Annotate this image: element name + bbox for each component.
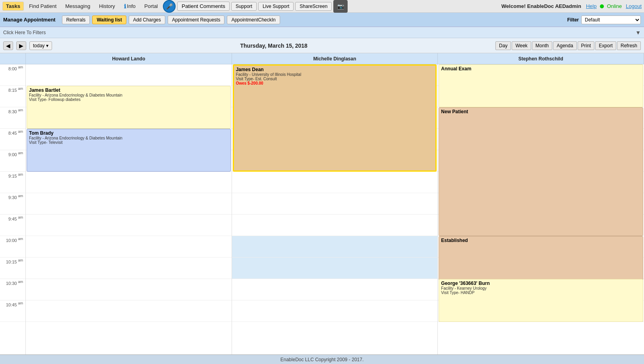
appt-tom-brady[interactable]: Tom Brady Facility - Arizona Endocrinolo… — [27, 129, 231, 172]
top-nav: Tasks Find Patient Messaging History ℹ I… — [0, 0, 644, 13]
nav-find-patient[interactable]: Find Patient — [25, 2, 60, 11]
footer: EnableDoc LLC Copyright 2009 - 2017. — [0, 354, 644, 364]
add-charges-button[interactable]: Add Charges — [129, 15, 165, 24]
nav-info[interactable]: ℹ Info — [120, 2, 139, 11]
logout-link[interactable]: Logout — [626, 3, 642, 9]
manage-bar: Manage Appointment Referrals Waiting lis… — [0, 13, 644, 27]
appt-james-bartlet[interactable]: James Bartlet Facility - Arizona Endocri… — [27, 86, 231, 129]
nav-portal[interactable]: Portal — [141, 2, 161, 11]
slot-howard-5 — [26, 172, 232, 193]
view-print-button[interactable]: Print — [578, 41, 595, 50]
info-icon: ℹ — [124, 3, 126, 10]
slot-michelle-9 — [232, 258, 438, 279]
slot-howard-6 — [26, 193, 232, 215]
footer-text: EnableDoc LLC Copyright 2009 - 2017. — [280, 357, 364, 362]
filter-area: Filter Default — [567, 15, 641, 24]
appt-facility: Facility - University of Illinois Hospit… — [236, 72, 434, 77]
today-dropdown-icon[interactable]: ▾ — [46, 43, 48, 48]
filters-arrow[interactable]: ▼ — [635, 29, 641, 36]
view-week-button[interactable]: Week — [512, 41, 531, 50]
provider-col-header-1: Michelle Dinglasan — [232, 53, 438, 64]
appt-james-dean[interactable]: James Dean Facility - University of Illi… — [233, 64, 437, 172]
view-refresh-button[interactable]: Refresh — [617, 41, 641, 50]
time-slot-1: 8:15 am — [0, 86, 25, 107]
filter-select[interactable]: Default — [581, 15, 641, 24]
slot-michelle-10 — [232, 279, 438, 300]
appointment-checkin-button[interactable]: AppointmentCheckIn — [227, 15, 280, 24]
cal-section: Howard Lando Michelle Dinglasan Stephen … — [0, 53, 644, 354]
online-text: Online — [607, 3, 622, 9]
appt-new-patient[interactable]: New Patient — [439, 107, 643, 236]
support-button[interactable]: Support — [231, 2, 257, 11]
filters-text[interactable]: Click Here To Filters — [3, 30, 635, 35]
filters-row[interactable]: Click Here To Filters ▼ — [0, 27, 644, 38]
prev-button[interactable]: ◀ — [3, 41, 13, 50]
appt-george-burn[interactable]: George '363663' Burn Facility - Kearney … — [439, 279, 643, 322]
slot-howard-11 — [26, 300, 232, 322]
share-screen-button[interactable]: ShareScreen — [295, 2, 332, 11]
time-slot-11: 10:45 am — [0, 300, 25, 322]
cal-nav: ◀ ▶ today ▾ Thursday, March 15, 2018 Day… — [0, 38, 644, 53]
time-column: 8:00 am8:15 am8:30 am8:45 am9:00 am9:15 … — [0, 64, 26, 354]
provider-col-header-0: Howard Lando — [26, 53, 232, 64]
provider-col-stephen: Annual Exam New Patient — [438, 64, 644, 354]
time-slot-0: 8:00 am — [0, 64, 25, 86]
slot-howard-7 — [26, 215, 232, 236]
appt-name: New Patient — [441, 109, 641, 114]
slot-howard-1: James Bartlet Facility - Arizona Endocri… — [26, 86, 232, 107]
nav-tasks[interactable]: Tasks — [2, 2, 24, 11]
today-button[interactable]: today ▾ — [29, 41, 52, 50]
slot-michelle-6 — [232, 193, 438, 215]
view-month-button[interactable]: Month — [532, 41, 552, 50]
appt-visit-type: Visit Type- Followup diabetes — [29, 97, 228, 102]
slot-stephen-2: New Patient — [438, 107, 644, 129]
mic-button[interactable]: 🎤 — [163, 0, 176, 13]
time-slot-2: 8:30 am — [0, 107, 25, 129]
time-slot-6: 9:30 am — [0, 193, 25, 215]
slot-howard-8 — [26, 236, 232, 258]
appt-name: James Bartlet — [29, 87, 228, 93]
slot-howard-10 — [26, 279, 232, 300]
cal-header-row: Howard Lando Michelle Dinglasan Stephen … — [0, 53, 644, 64]
appt-owes: Owes $-200.00 — [236, 81, 434, 85]
help-link[interactable]: Help — [586, 3, 597, 9]
slot-stephen-10: George '363663' Burn Facility - Kearney … — [438, 279, 644, 300]
appt-facility: Facility - Kearney Urology — [441, 286, 641, 290]
camera-button[interactable]: 📷 — [333, 0, 348, 13]
appointment-requests-button[interactable]: Appointment Requests — [168, 15, 224, 24]
slot-howard-0 — [26, 64, 232, 86]
referrals-button[interactable]: Referrals — [62, 15, 90, 24]
time-slot-3: 8:45 am — [0, 129, 25, 150]
slot-stephen-8: Established — [438, 236, 644, 258]
time-slot-7: 9:45 am — [0, 215, 25, 236]
appt-name: George '363663' Burn — [441, 281, 641, 286]
appt-visit-type: Visit Type- Televisit — [29, 140, 228, 145]
waiting-list-button[interactable]: Waiting list — [92, 15, 126, 24]
appt-facility: Facility - Arizona Endocrinology & Diabe… — [29, 136, 228, 140]
time-slot-5: 9:15 am — [0, 172, 25, 193]
slot-michelle-7 — [232, 215, 438, 236]
appt-annual-exam[interactable]: Annual Exam — [439, 64, 643, 107]
appt-visit-type: Visit Type- HANDP — [441, 290, 641, 295]
patient-comments-button[interactable]: Patient Comments — [177, 2, 230, 11]
appt-name: Annual Exam — [441, 66, 641, 72]
time-slot-4: 9:00 am — [0, 150, 25, 172]
view-day-button[interactable]: Day — [495, 41, 511, 50]
slot-michelle-11 — [232, 300, 438, 322]
nav-messaging[interactable]: Messaging — [62, 2, 94, 11]
appt-name: Tom Brady — [29, 130, 228, 136]
view-export-button[interactable]: Export — [595, 41, 616, 50]
next-button[interactable]: ▶ — [16, 41, 26, 50]
time-slot-8: 10:00 am — [0, 236, 25, 258]
manage-title: Manage Appointment — [3, 17, 56, 23]
view-agenda-button[interactable]: Agenda — [553, 41, 576, 50]
time-slot-10: 10:30 am — [0, 279, 25, 300]
provider-col-michelle: James Dean Facility - University of Illi… — [232, 64, 438, 354]
nav-history[interactable]: History — [95, 2, 118, 11]
online-indicator — [600, 4, 604, 8]
cal-body: 8:00 am8:15 am8:30 am8:45 am9:00 am9:15 … — [0, 64, 644, 354]
live-support-button[interactable]: Live Support — [258, 2, 294, 11]
appt-name: Established — [441, 238, 641, 243]
main-container: Tasks Find Patient Messaging History ℹ I… — [0, 0, 644, 364]
appt-visit-type: Visit Type- Est. Consult — [236, 77, 434, 81]
